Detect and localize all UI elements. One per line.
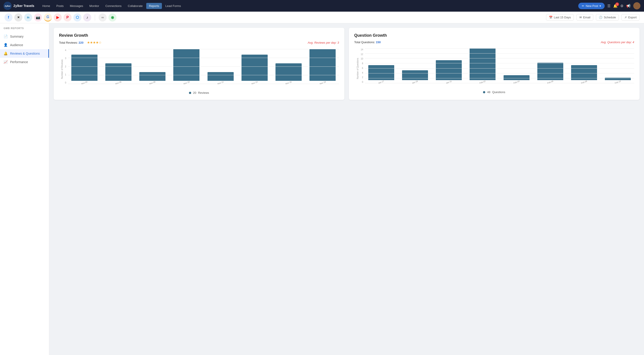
- bar-group: Feb 04: [500, 48, 533, 83]
- sidebar-item-audience[interactable]: 👤 Audience: [0, 41, 49, 49]
- bar-group: Nov 16: [272, 49, 305, 84]
- sidebar-item-reviews-label: Reviews & Questions: [10, 52, 40, 55]
- brand-name: Zylker Travels: [14, 4, 34, 8]
- bar-group: Nov 04: [68, 49, 100, 84]
- review-legend-count: 20: [193, 91, 196, 95]
- document-icon: 📄: [4, 35, 8, 39]
- bar-group: Feb 06: [534, 48, 566, 83]
- svg-text:Zylker: Zylker: [5, 5, 11, 7]
- facebook-icon[interactable]: f: [4, 14, 12, 22]
- schedule-button[interactable]: 🕐 Schedule: [596, 14, 619, 21]
- export-button[interactable]: ↗ Export: [622, 14, 640, 21]
- bar: [537, 63, 563, 80]
- question-legend-text: Questions: [492, 90, 505, 94]
- pencil-icon: ✏: [582, 4, 584, 8]
- bar: [605, 78, 631, 80]
- bar: [470, 48, 496, 80]
- calendar-icon: 📅: [549, 16, 552, 19]
- pinterest-icon[interactable]: P: [64, 14, 72, 22]
- bar-label: Jan 27: [378, 80, 384, 84]
- question-growth-title: Question Growth: [354, 33, 634, 38]
- review-growth-card: Review Growth Total Reviews: 220 ★★★★☆ A…: [54, 28, 344, 100]
- bar-group: Nov 18: [306, 49, 339, 84]
- avg-questions-label: Avg. Questions per day: 4: [601, 41, 634, 44]
- user-avatar[interactable]: [633, 2, 640, 10]
- nav-posts[interactable]: Posts: [54, 3, 66, 9]
- nav-messages[interactable]: Messages: [67, 3, 86, 9]
- new-post-button[interactable]: ✏ New Post ▾: [578, 3, 605, 9]
- instagram-icon[interactable]: 📷: [34, 14, 42, 22]
- bar-label: Nov 16: [285, 81, 292, 85]
- nav-right: ✏ New Post ▾ ☰ 🔔 2 ⚙ 📢: [578, 2, 640, 10]
- bar: [208, 72, 234, 81]
- question-y-axis-label: Number of Questions: [356, 58, 359, 79]
- bar: [105, 63, 132, 81]
- total-reviews-value: 220: [78, 41, 84, 44]
- bar-label: Nov 06: [115, 81, 122, 85]
- notification-icon[interactable]: 🔔 2: [613, 4, 618, 8]
- sidebar-item-audience-label: Audience: [10, 43, 23, 47]
- bar: [436, 60, 462, 80]
- sidebar-item-performance[interactable]: 📈 Performance: [0, 58, 49, 66]
- youtube-icon[interactable]: ▶: [54, 14, 62, 22]
- tiktok-icon[interactable]: ♪: [83, 14, 91, 22]
- social-actions: 📅 Last 15 Days ✉ Email 🕐 Schedule ↗ Expo…: [546, 14, 640, 21]
- new-post-label: New Post: [586, 4, 598, 8]
- twitter-x-icon[interactable]: ✕: [14, 14, 22, 22]
- bar: [242, 55, 268, 81]
- main-layout: GMB REPORTS 📄 Summary 👤 Audience 🔔 Revie…: [0, 23, 644, 355]
- review-legend-text: Reviews: [198, 91, 209, 95]
- date-range-button[interactable]: 📅 Last 15 Days: [546, 14, 574, 21]
- megaphone-icon[interactable]: 📢: [626, 4, 630, 8]
- bar-group: Jan 31: [433, 48, 465, 83]
- star-rating: ★★★★☆: [87, 41, 102, 45]
- reviews-icon: 🔔: [4, 52, 8, 56]
- bar-group: Feb 08: [568, 48, 600, 83]
- bar: [276, 63, 302, 81]
- bar-label: Nov 14: [251, 81, 258, 85]
- bar-group: Nov 08: [136, 49, 169, 84]
- question-legend: 48 Questions: [354, 90, 634, 94]
- sidebar-item-reviews-questions[interactable]: 🔔 Reviews & Questions: [0, 49, 49, 58]
- bar: [504, 75, 530, 80]
- bar: [402, 70, 428, 80]
- nav-reports[interactable]: Reports: [146, 3, 162, 9]
- bar-label: Nov 18: [319, 81, 326, 85]
- bar-label: Jan 31: [446, 80, 452, 84]
- nav-collaborate[interactable]: Collaborate: [125, 3, 146, 9]
- link1-icon[interactable]: ∞: [98, 14, 107, 22]
- schedule-label: Schedule: [604, 16, 616, 19]
- email-button[interactable]: ✉ Email: [576, 14, 594, 21]
- nav-links: Home Posts Messages Monitor Connections …: [40, 3, 578, 9]
- review-y-axis-label: Number of Reviews: [61, 59, 63, 79]
- bar-group: Nov 14: [238, 49, 271, 84]
- social-divider: [95, 14, 95, 21]
- social-bar: f ✕ in 📷 G ▶ P ⬡ ♪ ∞ ◉ 📅 Last 15 Days ✉ …: [0, 12, 644, 23]
- legend-dot: [189, 92, 191, 94]
- bar-label: Nov 10: [183, 81, 190, 85]
- meta-icon[interactable]: ⬡: [73, 14, 82, 22]
- nav-home[interactable]: Home: [40, 3, 53, 9]
- top-navigation: Zylker Zylker Travels Home Posts Message…: [0, 0, 644, 12]
- bar: [310, 49, 336, 81]
- bar-group: Jan 29: [399, 48, 431, 83]
- nav-connections[interactable]: Connections: [103, 3, 124, 9]
- review-bars-container: Nov 04 Nov 06 Nov 08: [68, 49, 339, 89]
- linkedin-icon[interactable]: in: [24, 14, 32, 22]
- export-label: Export: [628, 16, 636, 19]
- dropdown-arrow-icon: ▾: [600, 4, 601, 8]
- nav-monitor[interactable]: Monitor: [87, 3, 102, 9]
- bar-group: Feb 02: [466, 48, 499, 83]
- bar: [173, 49, 200, 81]
- export-icon: ↗: [624, 16, 627, 19]
- google-icon[interactable]: G: [44, 14, 52, 22]
- menu-icon[interactable]: ☰: [607, 4, 610, 8]
- nav-lead-forms[interactable]: Lead Forms: [163, 3, 184, 9]
- notification-badge: 2: [616, 3, 619, 6]
- bar-label: Nov 08: [149, 81, 156, 85]
- bar-label: Jan 29: [412, 80, 418, 84]
- link2-icon[interactable]: ◉: [108, 14, 116, 22]
- settings-icon[interactable]: ⚙: [620, 4, 624, 8]
- sidebar-item-summary[interactable]: 📄 Summary: [0, 32, 49, 41]
- question-legend-count: 48: [487, 90, 490, 94]
